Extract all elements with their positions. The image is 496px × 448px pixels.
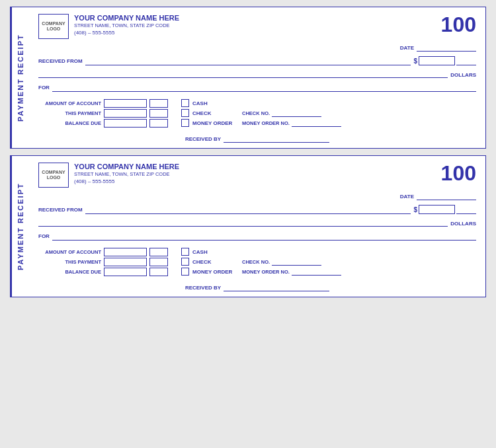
for-field-1[interactable]: [52, 83, 476, 92]
this-payment-label-2: THIS PAYMENT: [38, 259, 101, 265]
money-order-label-1: MONEY ORDER: [192, 120, 239, 126]
this-payment-field-2[interactable]: [104, 258, 147, 266]
received-from-row-1: RECEIVED FROM $: [38, 56, 476, 65]
for-field-2[interactable]: [52, 231, 476, 241]
received-from-label-2: RECEIVED FROM: [38, 207, 83, 213]
dollar-section-2: $: [413, 205, 476, 214]
receipt-body-2: COMPANY LOGO YOUR COMPANY NAME HERE STRE…: [29, 156, 485, 297]
cash-row-1: CASH: [181, 99, 341, 107]
amount-of-account-field-1[interactable]: [104, 99, 147, 108]
received-from-field-1[interactable]: [85, 56, 411, 65]
bottom-section-1: AMOUNT OF ACCOUNT THIS PAYMENT BALANCE D…: [38, 99, 476, 128]
receipt-number-2: 100: [441, 163, 476, 184]
cash-label-2: CASH: [192, 249, 239, 255]
received-by-field-1[interactable]: [224, 135, 329, 143]
amount-of-account-field-2[interactable]: [104, 248, 147, 256]
amount-box-1[interactable]: [419, 56, 455, 65]
dollars-line-2[interactable]: [38, 217, 448, 227]
amount-of-account-field2-1[interactable]: [149, 99, 168, 108]
date-row-1: DATE: [38, 44, 476, 52]
check-no-field-2[interactable]: [272, 258, 321, 266]
amount-table-2: AMOUNT OF ACCOUNT THIS PAYMENT BALANCE D…: [38, 248, 168, 276]
money-order-checkbox-2[interactable]: [181, 268, 189, 276]
amount-box-2[interactable]: [419, 205, 455, 214]
balance-due-field-2[interactable]: [104, 268, 147, 276]
balance-due-row-1: BALANCE DUE: [38, 119, 168, 128]
amount-line2-2[interactable]: [456, 205, 476, 214]
amount-of-account-field2-2[interactable]: [149, 248, 168, 256]
dollars-label-1: DOLLARS: [450, 72, 476, 78]
money-order-checkbox-1[interactable]: [181, 119, 189, 127]
side-label-1: PAYMENT RECEIPT: [11, 7, 29, 148]
money-order-no-label-2: MONEY ORDER NO.: [242, 269, 290, 275]
logo-line1-2: COMPANY: [42, 170, 65, 175]
balance-due-row-2: BALANCE DUE: [38, 268, 168, 276]
date-field-2[interactable]: [417, 192, 476, 200]
date-field-1[interactable]: [417, 44, 476, 52]
received-from-label-1: RECEIVED FROM: [38, 58, 83, 64]
company-name-2: YOUR COMPANY NAME HERE: [74, 163, 179, 170]
logo-info-2: COMPANY LOGO YOUR COMPANY NAME HERE STRE…: [38, 163, 179, 188]
receipt-2: PAYMENT RECEIPT COMPANY LOGO YOUR COMPAN…: [10, 155, 486, 297]
money-order-row-2: MONEY ORDER MONEY ORDER NO.: [181, 268, 341, 276]
check-no-label-2: CHECK NO.: [242, 259, 270, 265]
cash-label-1: CASH: [192, 100, 239, 106]
amount-of-account-row-2: AMOUNT OF ACCOUNT: [38, 248, 168, 256]
dollars-label-2: DOLLARS: [450, 221, 476, 227]
received-from-row-2: RECEIVED FROM $: [38, 205, 476, 214]
logo-box-2: COMPANY LOGO: [38, 163, 69, 188]
check-checkbox-2[interactable]: [181, 258, 189, 266]
company-address-1: STREET NAME, TOWN, STATE ZIP CODE: [74, 22, 179, 28]
dollars-line-1[interactable]: [38, 69, 448, 78]
date-row-2: DATE: [38, 192, 476, 200]
check-row-1: CHECK CHECK NO.: [181, 109, 341, 117]
header-row-1: COMPANY LOGO YOUR COMPANY NAME HERE STRE…: [38, 14, 476, 39]
for-row-1: FOR: [38, 83, 476, 92]
date-label-1: DATE: [400, 45, 414, 51]
received-by-field-2[interactable]: [224, 283, 329, 291]
received-by-label-1: RECEIVED BY: [185, 136, 221, 142]
for-label-2: FOR: [38, 233, 50, 239]
balance-due-field2-2[interactable]: [149, 268, 168, 276]
money-order-no-label-1: MONEY ORDER NO.: [242, 120, 290, 126]
cash-checkbox-1[interactable]: [181, 99, 189, 107]
money-order-no-section-2: MONEY ORDER NO.: [242, 268, 341, 276]
money-order-no-field-2[interactable]: [292, 268, 341, 276]
money-order-label-2: MONEY ORDER: [192, 269, 239, 275]
check-row-2: CHECK CHECK NO.: [181, 258, 341, 266]
company-info-1: YOUR COMPANY NAME HERE STREET NAME, TOWN…: [74, 14, 179, 36]
logo-line1: COMPANY: [42, 21, 65, 26]
money-order-no-field-1[interactable]: [292, 119, 341, 127]
balance-due-label-1: BALANCE DUE: [38, 120, 101, 126]
this-payment-field-1[interactable]: [104, 109, 147, 118]
balance-due-field2-1[interactable]: [149, 119, 168, 128]
balance-due-field-1[interactable]: [104, 119, 147, 128]
logo-info-1: COMPANY LOGO YOUR COMPANY NAME HERE STRE…: [38, 14, 179, 39]
amount-table-1: AMOUNT OF ACCOUNT THIS PAYMENT BALANCE D…: [38, 99, 168, 128]
check-no-field-1[interactable]: [272, 109, 321, 117]
this-payment-row-2: THIS PAYMENT: [38, 258, 168, 266]
cash-checkbox-2[interactable]: [181, 248, 189, 256]
amount-of-account-label-2: AMOUNT OF ACCOUNT: [38, 249, 101, 255]
received-by-row-1: RECEIVED BY: [38, 135, 476, 143]
check-checkbox-1[interactable]: [181, 109, 189, 117]
bottom-section-2: AMOUNT OF ACCOUNT THIS PAYMENT BALANCE D…: [38, 248, 476, 276]
date-label-2: DATE: [400, 194, 414, 200]
amount-line2-1[interactable]: [456, 56, 476, 65]
dollar-sign-2: $: [413, 206, 417, 213]
check-label-2: CHECK: [192, 259, 239, 265]
header-row-2: COMPANY LOGO YOUR COMPANY NAME HERE STRE…: [38, 163, 476, 188]
side-label-2: PAYMENT RECEIPT: [11, 156, 29, 297]
received-from-field-2[interactable]: [85, 205, 411, 214]
receipt-1: PAYMENT RECEIPT COMPANY LOGO YOUR COMPAN…: [10, 7, 486, 149]
logo-box-1: COMPANY LOGO: [38, 14, 69, 39]
this-payment-row-1: THIS PAYMENT: [38, 109, 168, 118]
for-label-1: FOR: [38, 85, 50, 91]
check-label-1: CHECK: [192, 110, 239, 116]
this-payment-field2-1[interactable]: [149, 109, 168, 118]
this-payment-field2-2[interactable]: [149, 258, 168, 266]
company-phone-2: (408) – 555-5555: [74, 178, 179, 184]
received-by-label-2: RECEIVED BY: [185, 285, 221, 291]
check-no-section-1: CHECK NO.: [242, 109, 321, 117]
received-by-row-2: RECEIVED BY: [38, 283, 476, 291]
